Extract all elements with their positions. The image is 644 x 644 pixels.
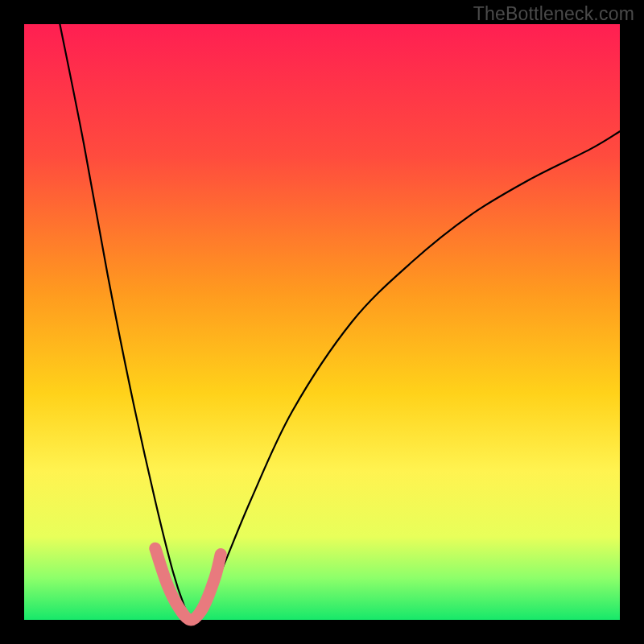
chart-frame: TheBottleneck.com xyxy=(0,0,644,644)
near-bottom-marker xyxy=(155,548,221,620)
curve-layer xyxy=(24,24,620,620)
bottleneck-curve xyxy=(60,24,620,620)
watermark-text: TheBottleneck.com xyxy=(473,3,634,25)
